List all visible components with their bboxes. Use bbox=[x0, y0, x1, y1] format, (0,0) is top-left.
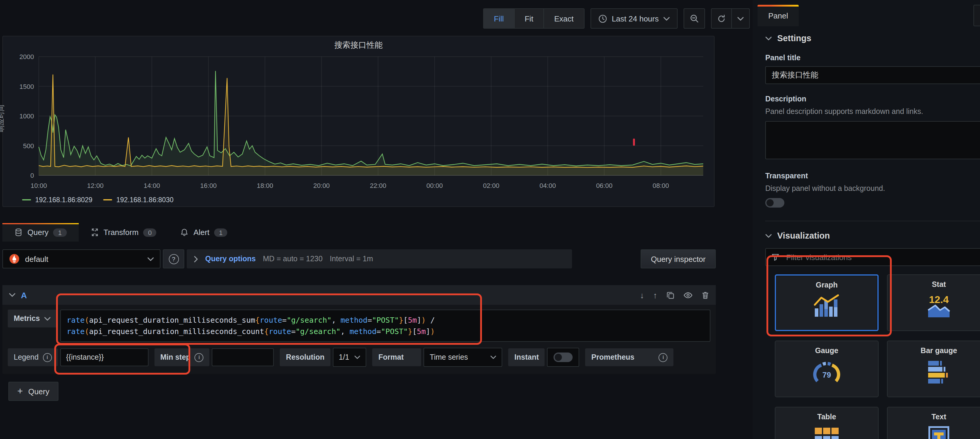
filter-visualizations-input[interactable] bbox=[785, 252, 980, 262]
query-row-header[interactable]: A ↓ ↑ bbox=[2, 285, 716, 305]
graph-viz-icon bbox=[812, 294, 841, 318]
promql-line-1: rate(api_request_duration_milliseconds_s… bbox=[67, 314, 704, 326]
viz-card-graph[interactable]: Graph bbox=[775, 274, 878, 331]
query-editor-card: A ↓ ↑ Metrics rate(api_requ bbox=[2, 285, 716, 374]
options-sidebar: Panel Settings Panel title Description P… bbox=[753, 0, 980, 439]
tab-alert[interactable]: Alert 1 bbox=[169, 223, 239, 242]
toggle-query-visibility-button[interactable] bbox=[684, 291, 692, 299]
tab-transform[interactable]: Transform 0 bbox=[78, 223, 169, 242]
funnel-icon bbox=[771, 253, 780, 261]
chevron-down-icon bbox=[147, 257, 154, 261]
chevron-down-icon bbox=[355, 355, 361, 359]
editor-tabs: Query 1 Transform 0 Alert 1 bbox=[2, 223, 239, 242]
legend-format-input[interactable] bbox=[60, 348, 148, 366]
chevron-down-icon bbox=[765, 234, 772, 238]
query-options-label[interactable]: Query options bbox=[205, 255, 256, 263]
time-range-picker[interactable]: Last 24 hours bbox=[590, 8, 678, 29]
promql-editor[interactable]: rate(api_request_duration_milliseconds_s… bbox=[60, 310, 710, 342]
svg-text:0: 0 bbox=[30, 172, 34, 179]
query-row-actions: ↓ ↑ bbox=[640, 290, 709, 300]
query-inspector-button[interactable]: Query inspector bbox=[641, 249, 716, 269]
legend-item[interactable]: 192.168.1.86:8030 bbox=[103, 196, 173, 204]
refresh-interval-dropdown[interactable] bbox=[732, 9, 749, 28]
datasource-picker[interactable]: default bbox=[2, 249, 161, 269]
transform-icon bbox=[91, 228, 99, 237]
time-range-label: Last 24 hours bbox=[612, 14, 659, 23]
svg-text:08:00: 08:00 bbox=[652, 182, 669, 189]
viz-card-text[interactable]: Text bbox=[887, 407, 980, 439]
transparent-toggle[interactable] bbox=[765, 198, 784, 208]
chart-legend: 192.168.1.86:8029192.168.1.86:8030 bbox=[22, 196, 173, 204]
min-step-input[interactable] bbox=[212, 348, 274, 366]
chevron-down-icon bbox=[663, 16, 670, 21]
chart-panel: 搜索接口性能 响应时间 050010001500200010:0012:0014… bbox=[2, 36, 714, 207]
tab-query-badge: 1 bbox=[53, 228, 67, 237]
add-query-button[interactable]: + Query bbox=[8, 382, 59, 401]
info-icon: i bbox=[195, 353, 204, 362]
viz-card-table[interactable]: Table bbox=[775, 407, 878, 439]
chevron-down-icon bbox=[738, 16, 744, 21]
help-icon: ? bbox=[169, 254, 179, 264]
max-data-points-summary: MD = auto = 1230 bbox=[263, 255, 322, 263]
panel-title-input[interactable] bbox=[765, 66, 980, 84]
zoom-out-button[interactable] bbox=[684, 8, 705, 29]
visualization-section-header[interactable]: Visualization bbox=[765, 231, 980, 240]
viz-card-gauge[interactable]: Gauge 79 bbox=[775, 340, 878, 397]
description-hint: Panel description supports markdown and … bbox=[765, 107, 980, 116]
display-mode-group: Fill Fit Exact bbox=[483, 8, 584, 29]
timeseries-chart[interactable]: 050010001500200010:0012:0014:0016:0018:0… bbox=[3, 52, 714, 193]
move-query-down-button[interactable]: ↓ bbox=[640, 290, 644, 300]
settings-section-header[interactable]: Settings bbox=[765, 33, 980, 43]
collapse-sidebar-button[interactable] bbox=[974, 5, 980, 26]
datasource-hint: Prometheus i bbox=[585, 348, 674, 366]
min-step-label: Min step i bbox=[154, 348, 209, 366]
filter-visualizations-box[interactable] bbox=[765, 248, 980, 266]
svg-text:00:00: 00:00 bbox=[426, 182, 443, 189]
tab-alert-badge: 1 bbox=[214, 228, 227, 237]
legend-series-name: 192.168.1.86:8030 bbox=[116, 196, 173, 204]
plus-icon: + bbox=[17, 386, 23, 397]
svg-text:2000: 2000 bbox=[19, 53, 34, 60]
datasource-help-button[interactable]: ? bbox=[163, 249, 184, 269]
tab-transform-badge: 0 bbox=[143, 228, 157, 237]
text-viz-icon bbox=[924, 426, 953, 439]
description-textarea[interactable] bbox=[765, 121, 980, 159]
format-select[interactable]: Time series bbox=[424, 348, 503, 367]
move-query-up-button[interactable]: ↑ bbox=[653, 290, 657, 300]
svg-text:22:00: 22:00 bbox=[370, 182, 386, 189]
resolution-select[interactable]: 1/1 bbox=[333, 348, 366, 367]
fill-mode-button[interactable]: Fill bbox=[484, 9, 514, 28]
delete-query-button[interactable] bbox=[702, 291, 709, 299]
tab-query[interactable]: Query 1 bbox=[2, 223, 78, 242]
legend-item[interactable]: 192.168.1.86:8029 bbox=[22, 196, 92, 204]
viz-card-bar-gauge[interactable]: Bar gauge bbox=[887, 340, 980, 397]
svg-text:20:00: 20:00 bbox=[313, 182, 330, 189]
legend-color-dash bbox=[22, 199, 31, 201]
sidebar-tab-panel[interactable]: Panel bbox=[757, 5, 799, 26]
exact-mode-button[interactable]: Exact bbox=[544, 9, 584, 28]
grafana-panel-editor: Fill Fit Exact Last 24 hours 搜索接口性能 响应时间… bbox=[0, 0, 980, 439]
legend-color-dash bbox=[103, 199, 112, 201]
bell-icon bbox=[180, 228, 189, 237]
copy-icon bbox=[666, 291, 675, 299]
gauge-viz-icon: 79 bbox=[812, 359, 841, 385]
chevron-down-icon bbox=[491, 355, 496, 359]
svg-text:14:00: 14:00 bbox=[144, 182, 160, 189]
prometheus-icon bbox=[9, 253, 20, 264]
viz-card-stat[interactable]: Stat 12.4 bbox=[887, 274, 980, 331]
bar-gauge-viz-icon bbox=[924, 359, 953, 385]
instant-toggle[interactable] bbox=[554, 353, 573, 362]
trash-icon bbox=[702, 291, 709, 299]
instant-toggle-wrap bbox=[547, 348, 579, 367]
chevron-down-icon bbox=[765, 36, 772, 40]
refresh-button[interactable] bbox=[712, 9, 732, 28]
svg-text:12:00: 12:00 bbox=[87, 182, 103, 189]
metrics-mode-dropdown[interactable]: Metrics bbox=[8, 310, 57, 328]
duplicate-query-button[interactable] bbox=[666, 291, 675, 299]
info-icon: i bbox=[659, 353, 668, 362]
promql-line-2: rate(api_request_duration_milliseconds_c… bbox=[67, 326, 704, 337]
panel-title[interactable]: 搜索接口性能 bbox=[3, 40, 714, 51]
query-options-bar[interactable]: Query options MD = auto = 1230 Interval … bbox=[187, 249, 572, 269]
sidebar-content: Settings Panel title Description Panel d… bbox=[765, 33, 980, 439]
fit-mode-button[interactable]: Fit bbox=[514, 9, 544, 28]
